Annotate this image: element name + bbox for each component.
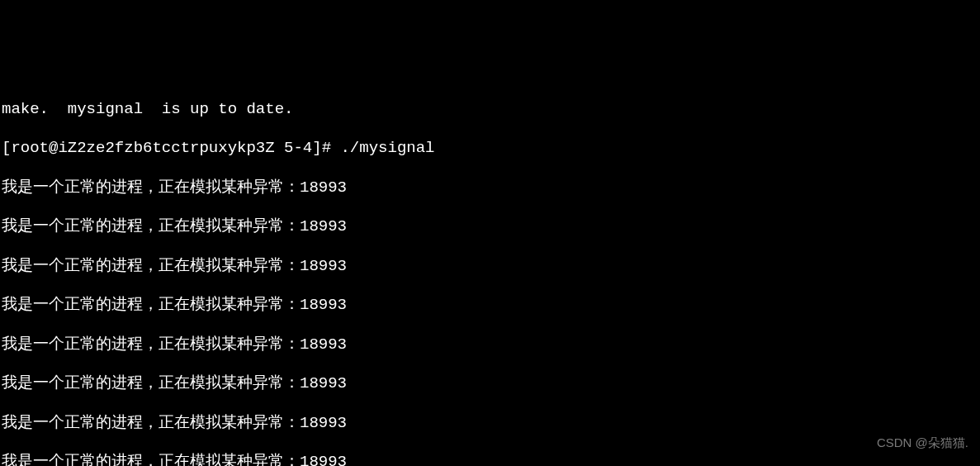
prompt-text: [root@iZ2ze2fzb6tcctrpuxykp3Z 5-4]# xyxy=(2,139,340,157)
watermark-text: CSDN @朵猫猫. xyxy=(877,435,968,451)
process-line: 我是一个正常的进程，正在模拟某种异常：18993 xyxy=(2,453,978,466)
process-line: 我是一个正常的进程，正在模拟某种异常：18993 xyxy=(2,335,978,355)
process-line: 我是一个正常的进程，正在模拟某种异常：18993 xyxy=(2,296,978,316)
command-1: ./mysignal xyxy=(340,139,434,157)
process-line: 我是一个正常的进程，正在模拟某种异常：18993 xyxy=(2,374,978,394)
process-line: 我是一个正常的进程，正在模拟某种异常：18993 xyxy=(2,414,978,434)
partial-line: make. mysignal is up to date. xyxy=(2,100,978,120)
terminal-output[interactable]: make. mysignal is up to date. [root@iZ2z… xyxy=(0,78,980,466)
process-line: 我是一个正常的进程，正在模拟某种异常：18993 xyxy=(2,257,978,277)
prompt-line-1: [root@iZ2ze2fzb6tcctrpuxykp3Z 5-4]# ./my… xyxy=(2,139,978,159)
process-line: 我是一个正常的进程，正在模拟某种异常：18993 xyxy=(2,178,978,198)
process-line: 我是一个正常的进程，正在模拟某种异常：18993 xyxy=(2,217,978,237)
